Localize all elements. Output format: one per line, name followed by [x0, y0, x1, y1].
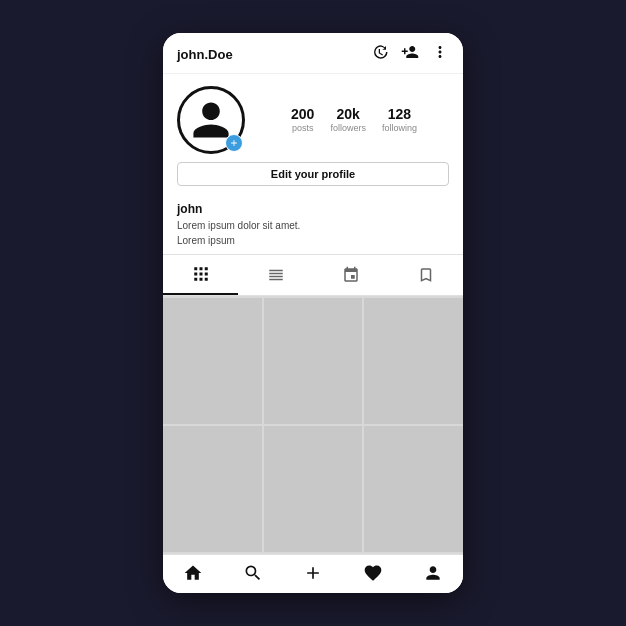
grid-item-4[interactable]	[163, 426, 262, 552]
bio-line-2: Lorem ipsum	[177, 233, 449, 248]
image-grid	[163, 296, 463, 554]
posts-label: posts	[292, 123, 314, 134]
phone-frame: john.Doe	[163, 33, 463, 593]
tab-saved[interactable]	[388, 255, 463, 295]
following-value: 128	[388, 106, 411, 123]
stat-following: 128 following	[382, 106, 417, 134]
bio-text: Lorem ipsum dolor sit amet. Lorem ipsum	[177, 218, 449, 248]
grid-item-5[interactable]	[264, 426, 363, 552]
avatar-container	[177, 86, 245, 154]
nav-heart[interactable]	[343, 563, 403, 583]
nav-search[interactable]	[223, 563, 283, 583]
nav-home[interactable]	[163, 563, 223, 583]
profile-row: 200 posts 20k followers 128 following	[177, 86, 449, 154]
profile-name: john	[177, 202, 449, 216]
edit-profile-button[interactable]: Edit your profile	[177, 162, 449, 186]
top-icons	[371, 43, 449, 65]
grid-item-1[interactable]	[163, 298, 262, 424]
following-label: following	[382, 123, 417, 134]
stat-posts: 200 posts	[291, 106, 314, 134]
tab-tagged[interactable]	[313, 255, 388, 295]
nav-add[interactable]	[283, 563, 343, 583]
more-icon[interactable]	[431, 43, 449, 65]
nav-profile[interactable]	[403, 563, 463, 583]
username: john.Doe	[177, 47, 233, 62]
grid-item-2[interactable]	[264, 298, 363, 424]
content-tabs	[163, 254, 463, 296]
grid-item-3[interactable]	[364, 298, 463, 424]
history-icon[interactable]	[371, 43, 389, 65]
stats-row: 200 posts 20k followers 128 following	[259, 106, 449, 134]
profile-section: 200 posts 20k followers 128 following Ed…	[163, 74, 463, 194]
bio-section: john Lorem ipsum dolor sit amet. Lorem i…	[163, 194, 463, 254]
grid-item-6[interactable]	[364, 426, 463, 552]
bio-line-1: Lorem ipsum dolor sit amet.	[177, 218, 449, 233]
add-avatar-badge[interactable]	[225, 134, 243, 152]
followers-value: 20k	[336, 106, 359, 123]
add-person-icon[interactable]	[401, 43, 419, 65]
top-bar: john.Doe	[163, 33, 463, 74]
bottom-nav	[163, 554, 463, 593]
tab-list[interactable]	[238, 255, 313, 295]
posts-value: 200	[291, 106, 314, 123]
stat-followers: 20k followers	[330, 106, 366, 134]
followers-label: followers	[330, 123, 366, 134]
tab-grid[interactable]	[163, 255, 238, 295]
